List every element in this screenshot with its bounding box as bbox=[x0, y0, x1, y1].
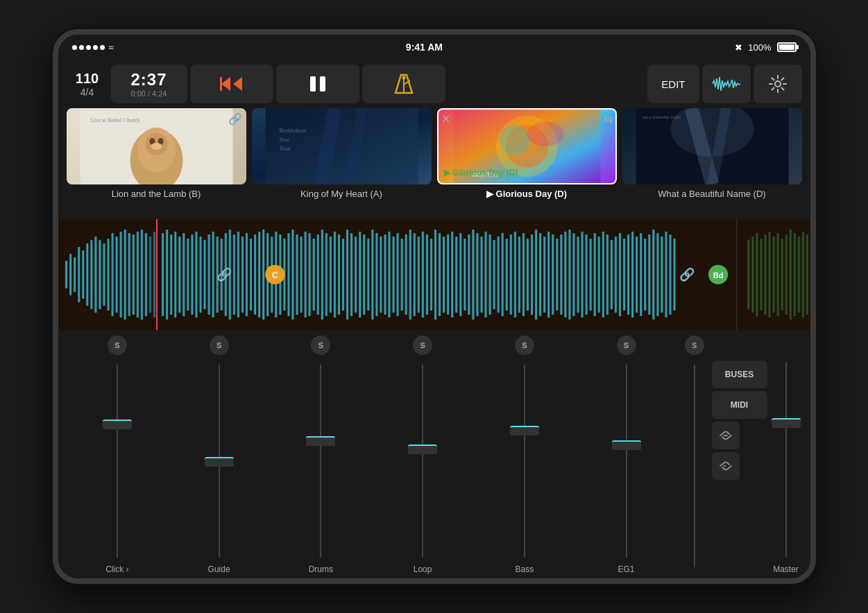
fader-handle-drums[interactable] bbox=[306, 436, 335, 446]
fader-line-drums bbox=[320, 365, 321, 558]
channel-label-drums: Drums bbox=[309, 564, 333, 578]
svg-rect-122 bbox=[429, 239, 432, 311]
pause-button[interactable] bbox=[276, 64, 359, 103]
svg-text:C: C bbox=[271, 270, 278, 280]
svg-rect-54 bbox=[140, 230, 142, 320]
song-card-beautiful[interactable]: on a Saturday night What a Beautiful Nam… bbox=[622, 108, 802, 219]
svg-text:Live at Bethel Church: Live at Bethel Church bbox=[90, 117, 139, 123]
svg-rect-199 bbox=[156, 219, 158, 330]
svg-rect-36 bbox=[65, 261, 67, 288]
song-card-lion[interactable]: Live at Bethel Church 🔗 Lion and the Lam… bbox=[67, 108, 246, 219]
device-frame: ≈ 9:41 AM ✖ 100% 110 4/4 2:37 0:00 / 4:2… bbox=[53, 29, 816, 584]
fader-track-guide[interactable] bbox=[171, 358, 267, 564]
svg-rect-196 bbox=[736, 219, 737, 330]
link-button-2[interactable] bbox=[712, 452, 740, 480]
buses-button[interactable]: BUSES bbox=[712, 361, 767, 388]
svg-rect-134 bbox=[480, 236, 482, 313]
svg-rect-148 bbox=[539, 233, 541, 316]
settings-button[interactable] bbox=[754, 64, 802, 103]
svg-rect-112 bbox=[388, 232, 390, 318]
svg-rect-154 bbox=[564, 232, 566, 318]
fader-track-click[interactable] bbox=[69, 358, 166, 564]
svg-rect-120 bbox=[421, 232, 423, 318]
fader-handle-loop[interactable] bbox=[408, 444, 437, 454]
fader-handle-eg1[interactable] bbox=[612, 440, 641, 450]
svg-marker-1 bbox=[233, 77, 242, 91]
channel-label-click: Click › bbox=[105, 564, 128, 578]
waveform-icon bbox=[711, 75, 742, 93]
svg-rect-142 bbox=[513, 232, 516, 318]
svg-rect-52 bbox=[132, 234, 134, 315]
panel-buttons: BUSES MIDI bbox=[712, 336, 767, 578]
link-button-1[interactable] bbox=[712, 422, 740, 449]
waveform-area[interactable]: 🔗 🔗 C Bd bbox=[58, 219, 810, 330]
svg-rect-67 bbox=[199, 236, 201, 313]
svg-rect-89 bbox=[291, 230, 293, 320]
lion-artwork: Live at Bethel Church bbox=[67, 108, 246, 184]
channel-solo-drums[interactable]: S bbox=[311, 336, 330, 355]
fader-track-bass[interactable] bbox=[476, 358, 572, 564]
battery-fill bbox=[779, 44, 794, 50]
channel-solo-bass[interactable]: S bbox=[515, 336, 534, 355]
svg-rect-145 bbox=[526, 239, 528, 311]
svg-point-27 bbox=[499, 125, 529, 155]
fader-handle-master[interactable] bbox=[772, 418, 801, 428]
midi-button[interactable]: MIDI bbox=[712, 391, 767, 419]
channel-solo-click[interactable]: S bbox=[108, 336, 127, 355]
svg-rect-66 bbox=[195, 232, 197, 318]
svg-rect-108 bbox=[371, 230, 373, 320]
channel-solo-eg1[interactable]: S bbox=[617, 336, 636, 355]
fader-track-loop[interactable] bbox=[375, 358, 471, 564]
channel-loop: S Loop bbox=[372, 336, 474, 578]
svg-rect-178 bbox=[665, 232, 667, 318]
svg-rect-160 bbox=[589, 239, 591, 311]
signal-dot-3 bbox=[86, 45, 91, 50]
bluetooth-icon: ✖ bbox=[735, 42, 742, 53]
svg-rect-174 bbox=[648, 234, 650, 315]
song-card-king[interactable]: Bethlehem Star Tour King of My Heart (A) bbox=[252, 108, 432, 219]
edit-button[interactable]: EDIT bbox=[647, 64, 699, 103]
channel-solo-loop[interactable]: S bbox=[413, 336, 432, 355]
fader-handle-guide[interactable] bbox=[205, 457, 234, 467]
pause-icon bbox=[307, 74, 328, 94]
battery-icon bbox=[777, 42, 797, 52]
svg-rect-105 bbox=[359, 232, 361, 318]
svg-rect-91 bbox=[300, 236, 302, 313]
svg-rect-81 bbox=[258, 232, 260, 318]
battery-percent: 100% bbox=[748, 42, 771, 53]
wifi-icon: ≈ bbox=[109, 42, 114, 53]
metronome-button[interactable] bbox=[362, 64, 445, 103]
svg-rect-99 bbox=[333, 232, 335, 318]
svg-rect-124 bbox=[439, 233, 441, 316]
svg-text:Bd: Bd bbox=[713, 271, 723, 279]
tempo-bpm: 110 bbox=[76, 71, 99, 87]
fader-track-master[interactable] bbox=[770, 355, 802, 564]
svg-rect-100 bbox=[337, 234, 339, 315]
time-display[interactable]: 2:37 0:00 / 4:24 bbox=[111, 64, 187, 103]
fader-track-eg1[interactable] bbox=[578, 358, 674, 564]
song-artwork-lion: Live at Bethel Church bbox=[67, 108, 246, 184]
svg-rect-143 bbox=[518, 236, 520, 313]
svg-rect-82 bbox=[262, 230, 264, 320]
song-card-glorious[interactable]: WORTHY ▶ Glorious Day (D) ✕ ⇆ ▶ Glorious… bbox=[437, 108, 617, 219]
channel-solo-extra[interactable]: S bbox=[685, 336, 704, 355]
svg-rect-55 bbox=[144, 233, 146, 316]
channel-solo-guide[interactable]: S bbox=[210, 336, 229, 355]
svg-rect-92 bbox=[304, 232, 306, 318]
rewind-button[interactable] bbox=[190, 64, 273, 103]
svg-rect-90 bbox=[296, 234, 298, 315]
svg-rect-44 bbox=[99, 240, 101, 309]
channel-label-eg1: EG1 bbox=[618, 564, 635, 578]
svg-rect-118 bbox=[413, 233, 415, 316]
svg-rect-157 bbox=[577, 236, 579, 313]
song-label-king: King of My Heart (A) bbox=[252, 189, 432, 199]
svg-rect-166 bbox=[614, 236, 616, 313]
svg-rect-102 bbox=[346, 230, 348, 320]
fader-handle-bass[interactable] bbox=[510, 426, 539, 435]
svg-rect-125 bbox=[443, 236, 445, 313]
fader-handle-click[interactable] bbox=[103, 420, 132, 429]
waveform-button[interactable] bbox=[702, 64, 751, 103]
fader-track-drums[interactable] bbox=[273, 358, 369, 564]
fader-track-extra[interactable] bbox=[680, 358, 709, 574]
svg-rect-177 bbox=[661, 236, 663, 313]
